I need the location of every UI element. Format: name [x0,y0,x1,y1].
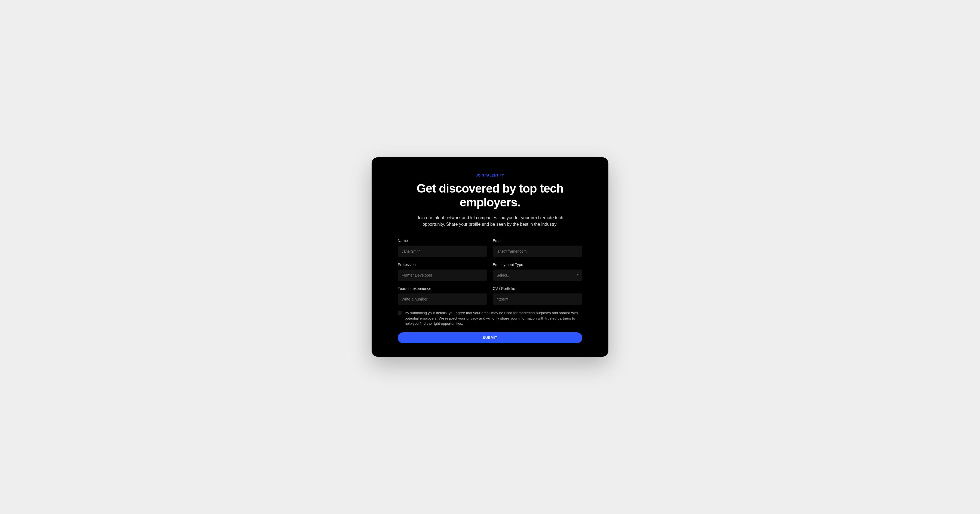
profession-field-group: Profession [398,262,487,281]
page-title: Get discovered by top tech employers. [398,182,582,209]
email-label: Email [493,238,582,243]
form-grid: Name Email Profession Employment Type Se… [398,238,582,305]
profession-label: Profession [398,262,487,267]
name-label: Name [398,238,487,243]
email-field-group: Email [493,238,582,257]
cv-input[interactable] [493,293,582,305]
experience-input[interactable] [398,293,487,305]
signup-card: JOIN TALENTIFY Get discovered by top tec… [372,157,608,357]
employment-type-field-group: Employment Type Select... [493,262,582,281]
cv-field-group: CV / Portfolio [493,286,582,305]
email-input[interactable] [493,246,582,257]
consent-text: By submitting your details, you agree th… [405,310,582,326]
experience-label: Years of experience [398,286,487,291]
eyebrow-text: JOIN TALENTIFY [398,173,582,177]
profession-input[interactable] [398,270,487,281]
submit-button[interactable]: SUBMIT [398,332,582,343]
name-input[interactable] [398,246,487,257]
consent-row: By submitting your details, you agree th… [398,310,582,326]
employment-type-select-wrap: Select... [493,270,582,281]
employment-type-select[interactable]: Select... [493,270,582,281]
consent-checkbox[interactable] [398,311,401,315]
page-subtitle: Join our talent network and let companie… [411,214,569,228]
employment-type-label: Employment Type [493,262,582,267]
experience-field-group: Years of experience [398,286,487,305]
name-field-group: Name [398,238,487,257]
cv-label: CV / Portfolio [493,286,582,291]
